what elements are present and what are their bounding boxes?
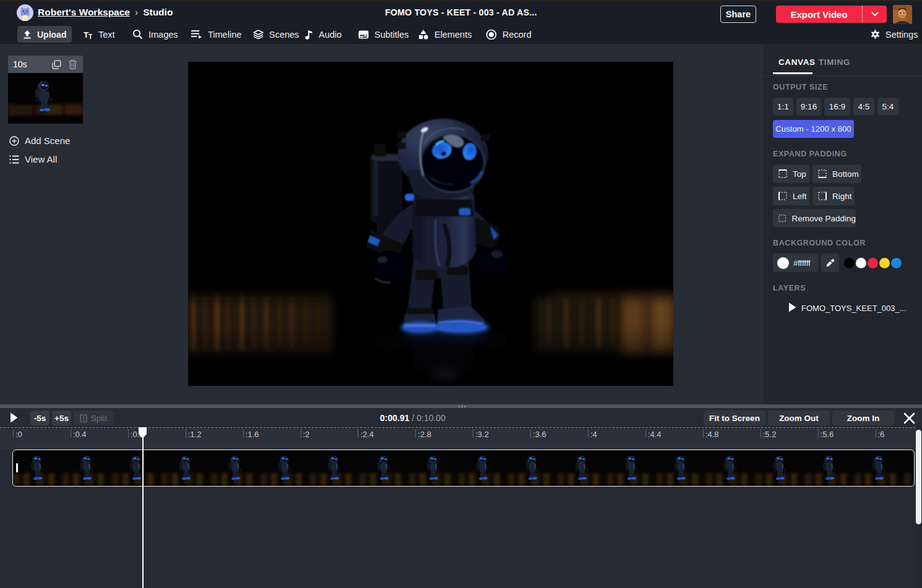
svg-text:T: T — [88, 33, 92, 39]
